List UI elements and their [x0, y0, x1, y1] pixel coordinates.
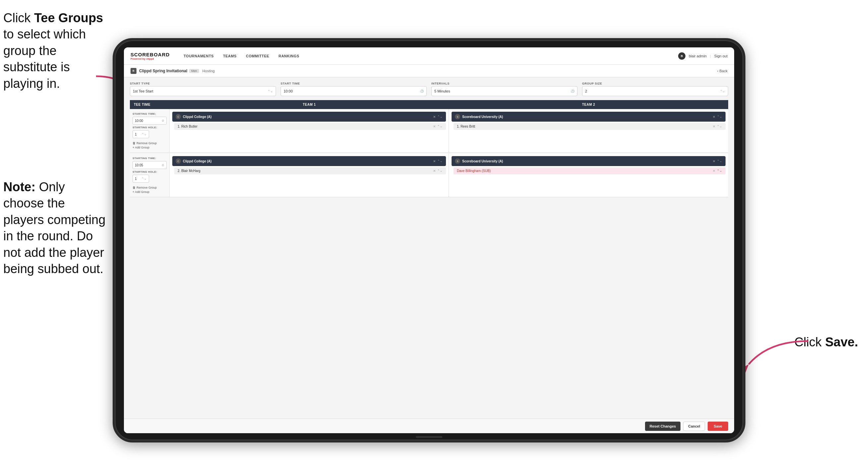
starting-hole-input-2[interactable]: 1 ⌃⌄: [132, 175, 149, 183]
team1-remove-1[interactable]: ✕: [433, 115, 436, 119]
team1-card-1[interactable]: C Clippd College (A) ✕ ⌃⌄: [172, 112, 446, 122]
player-2-1-name: 1. Rees Britt: [457, 125, 711, 128]
intervals-field: Intervals 5 Minutes 🕐: [431, 82, 578, 96]
team2-expand-1[interactable]: ⌃⌄: [717, 115, 722, 118]
group-size-input[interactable]: 2 ⌃⌄: [582, 86, 728, 96]
starting-time-input-1[interactable]: 10:00 ⊙: [132, 117, 167, 125]
left-instruction-top: Click Tee Groups to select which group t…: [3, 10, 106, 92]
start-type-field: Start Type 1st Tee Start ⌃⌄: [130, 82, 276, 96]
trash-icon-2: 🗑: [132, 186, 135, 189]
hosting-label: Hosting: [203, 69, 215, 73]
header-team2: Team 2: [449, 100, 728, 109]
starting-time-input-2[interactable]: 10:05 ⊙: [132, 161, 167, 169]
logo-text: SCOREBOARD: [130, 52, 169, 57]
group-size-field: Group Size 2 ⌃⌄: [582, 82, 728, 96]
remove-group-1[interactable]: 🗑 Remove Group: [132, 142, 167, 145]
hole-arrow-1: ⌃⌄: [142, 133, 147, 136]
remove-group-2[interactable]: 🗑 Remove Group: [132, 186, 167, 189]
player-2-1-remove[interactable]: ✕: [713, 125, 715, 128]
start-time-label: Start Time: [281, 82, 427, 85]
nav-links: TOURNAMENTS TEAMS COMMITTEE RANKINGS: [179, 48, 678, 65]
player-sub-2-remove[interactable]: ✕: [713, 169, 715, 173]
cancel-button[interactable]: Cancel: [683, 421, 705, 431]
team1-card-2[interactable]: C Clippd College (A) ✕ ⌃⌄: [172, 156, 446, 166]
admin-name: blair admin: [689, 54, 707, 58]
scoreboard-logo: SCOREBOARD Powered by clippd: [130, 52, 169, 60]
group-size-label: Group Size: [582, 82, 728, 85]
tablet-camera: [416, 436, 442, 438]
player-1-1-remove[interactable]: ✕: [433, 125, 436, 128]
player-sub-2-controls: ✕ ⌃⌄: [713, 169, 722, 173]
player-1-1-name: 1. Rich Butler: [178, 125, 431, 128]
player-sub-2[interactable]: Dave Billingham (SUB) ✕ ⌃⌄: [454, 167, 725, 174]
logo-powered-by: Powered by clippd: [130, 57, 169, 60]
bottom-bar: Reset Changes Cancel Save: [124, 418, 734, 433]
instruction-text-prefix: Click: [3, 11, 34, 25]
team1-icon-1: C: [176, 114, 181, 119]
instruction-bold-tee-groups: Tee Groups: [34, 11, 103, 25]
starting-hole-label-2: STARTING HOLE:: [132, 170, 167, 173]
player-1-1[interactable]: 1. Rich Butler ✕ ⌃⌄: [174, 123, 446, 130]
start-type-arrow: ⌃⌄: [268, 89, 273, 93]
team1-expand-2[interactable]: ⌃⌄: [437, 159, 443, 163]
note-text-content: Only choose the players competing in the…: [3, 180, 105, 276]
reset-changes-button[interactable]: Reset Changes: [645, 421, 681, 431]
start-type-input[interactable]: 1st Tee Start ⌃⌄: [130, 86, 276, 96]
player-2-1-controls: ✕ ⌃⌄: [713, 125, 722, 128]
sub-nav-title: Clippd Spring Invitational: [139, 68, 187, 73]
team2-card-2[interactable]: S Scoreboard University (A) ✕ ⌃⌄: [452, 156, 725, 166]
admin-avatar: B: [678, 52, 685, 60]
back-button[interactable]: Back: [717, 69, 727, 73]
intervals-input[interactable]: 5 Minutes 🕐: [431, 86, 578, 96]
tee-left-col-2: STARTING TIME: 10:05 ⊙ STARTING HOLE: 1 …: [130, 153, 169, 197]
team1-controls-1: ✕ ⌃⌄: [433, 115, 443, 119]
team2-controls-1: ✕ ⌃⌄: [713, 115, 722, 119]
hole-arrow-2: ⌃⌄: [142, 177, 147, 180]
player-sub-2-arrow[interactable]: ⌃⌄: [717, 169, 722, 173]
right-instruction-save: Click Save.: [795, 335, 858, 349]
team2-name-1: Scoreboard University (A): [462, 115, 711, 119]
player-1-1-arrow[interactable]: ⌃⌄: [437, 125, 443, 128]
add-group-2[interactable]: + Add Group: [132, 190, 167, 194]
player-1-2-name: 2. Blair McHarg: [178, 169, 431, 173]
team2-remove-1[interactable]: ✕: [713, 115, 715, 119]
team1-name-1: Clippd College (A): [183, 115, 431, 119]
team2-name-2: Scoreboard University (A): [462, 159, 711, 163]
team1-expand-1[interactable]: ⌃⌄: [437, 115, 443, 118]
signout-link[interactable]: Sign out: [714, 54, 727, 58]
starting-hole-input-1[interactable]: 1 ⌃⌄: [132, 130, 149, 138]
team2-remove-2[interactable]: ✕: [713, 159, 715, 163]
team1-remove-2[interactable]: ✕: [433, 159, 436, 163]
tablet-frame: SCOREBOARD Powered by clippd TOURNAMENTS…: [113, 38, 745, 442]
nav-rankings[interactable]: RANKINGS: [274, 48, 304, 65]
player-1-2-remove[interactable]: ✕: [433, 169, 436, 173]
nav-right: B blair admin | Sign out: [678, 52, 727, 60]
team2-controls-2: ✕ ⌃⌄: [713, 159, 722, 163]
team2-card-1[interactable]: S Scoreboard University (A) ✕ ⌃⌄: [452, 112, 725, 122]
player-1-2[interactable]: 2. Blair McHarg ✕ ⌃⌄: [174, 167, 446, 174]
team1-name-2: Clippd College (A): [183, 159, 431, 163]
tee-table-header: Tee Time Team 1 Team 2: [130, 100, 728, 109]
save-button[interactable]: Save: [708, 421, 728, 431]
start-time-input[interactable]: 10:00 🕐: [281, 86, 427, 96]
nav-tournaments[interactable]: TOURNAMENTS: [179, 48, 218, 65]
player-2-1[interactable]: 1. Rees Britt ✕ ⌃⌄: [454, 123, 725, 130]
team1-icon-2: C: [176, 158, 181, 164]
group-size-arrow: ⌃⌄: [720, 89, 725, 93]
header-tee-time: Tee Time: [130, 100, 169, 109]
player-1-2-arrow[interactable]: ⌃⌄: [437, 169, 443, 173]
tablet-screen: SCOREBOARD Powered by clippd TOURNAMENTS…: [124, 48, 734, 433]
header-team1: Team 1: [169, 100, 449, 109]
player-2-1-arrow[interactable]: ⌃⌄: [717, 125, 722, 128]
navbar: SCOREBOARD Powered by clippd TOURNAMENTS…: [124, 48, 734, 65]
tee-group-row-1: STARTING TIME: 10:00 ⊙ STARTING HOLE: 1 …: [130, 109, 728, 153]
player-1-2-controls: ✕ ⌃⌄: [433, 169, 443, 173]
nav-teams[interactable]: TEAMS: [218, 48, 241, 65]
sub-nav-badge: Men: [189, 69, 199, 73]
team2-expand-2[interactable]: ⌃⌄: [717, 159, 722, 163]
start-time-clock-icon: 🕐: [420, 89, 424, 93]
nav-committee[interactable]: COMMITTEE: [241, 48, 274, 65]
left-instruction-note: Note: Only choose the players competing …: [3, 179, 106, 277]
add-group-1[interactable]: + Add Group: [132, 146, 167, 149]
start-time-field: Start Time 10:00 🕐: [281, 82, 427, 96]
